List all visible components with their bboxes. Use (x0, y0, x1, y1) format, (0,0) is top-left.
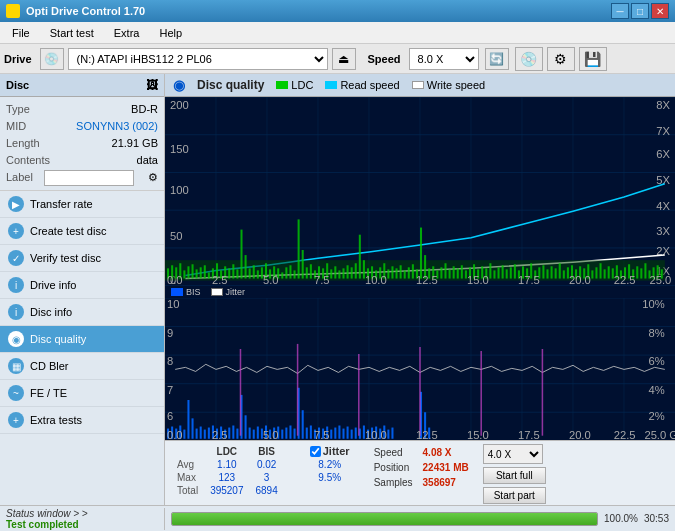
svg-text:0.0: 0.0 (167, 274, 183, 286)
maximize-button[interactable]: □ (631, 3, 649, 19)
contents-label: Contents (6, 152, 50, 169)
jitter-checkbox[interactable] (310, 446, 321, 457)
save-button[interactable]: 💾 (579, 47, 607, 71)
svg-text:10.0: 10.0 (365, 274, 387, 286)
svg-text:12.5: 12.5 (416, 274, 438, 286)
disc-type-row: Type BD-R (6, 101, 158, 118)
avg-bis: 0.02 (250, 458, 284, 471)
svg-rect-108 (489, 263, 491, 278)
max-label: Max (171, 471, 204, 484)
label-settings-icon[interactable]: ⚙ (148, 169, 158, 186)
position-row-val: 22431 MB (419, 461, 473, 474)
svg-rect-202 (228, 427, 230, 438)
bis-jitter-legend: BIS Jitter (165, 286, 675, 298)
menu-extra[interactable]: Extra (106, 25, 148, 41)
svg-rect-59 (289, 265, 291, 278)
mid-value: SONYNN3 (002) (76, 118, 158, 135)
refresh-button[interactable]: 🔄 (485, 48, 509, 70)
svg-text:17.5: 17.5 (518, 274, 540, 286)
svg-text:17.5: 17.5 (518, 428, 540, 440)
svg-rect-112 (506, 269, 508, 278)
svg-rect-72 (342, 268, 344, 278)
svg-rect-220 (302, 410, 304, 439)
svg-rect-193 (192, 418, 194, 438)
drive-icon-btn[interactable]: 💿 (40, 48, 64, 70)
legend-write-speed-label: Write speed (427, 79, 486, 91)
nav-transfer-rate-label: Transfer rate (30, 198, 93, 210)
total-bis: 6894 (250, 484, 284, 497)
svg-rect-122 (546, 269, 548, 278)
close-button[interactable]: ✕ (651, 3, 669, 19)
minimize-button[interactable]: ─ (611, 3, 629, 19)
chart-icon: ◉ (173, 77, 185, 93)
svg-rect-96 (440, 267, 442, 278)
length-label: Length (6, 135, 40, 152)
svg-text:5.0: 5.0 (263, 428, 279, 440)
drive-select[interactable]: (N:) ATAPI iHBS112 2 PL06 (68, 48, 328, 70)
svg-rect-217 (289, 425, 291, 438)
total-ldc: 395207 (204, 484, 249, 497)
svg-rect-233 (355, 427, 357, 438)
nav-drive-info[interactable]: i Drive info (0, 272, 164, 299)
app-title: Opti Drive Control 1.70 (26, 5, 145, 17)
eject-button[interactable]: ⏏ (332, 48, 356, 70)
svg-rect-241 (387, 429, 389, 438)
svg-rect-137 (608, 266, 610, 278)
svg-text:2.5: 2.5 (212, 274, 228, 286)
svg-rect-203 (232, 425, 234, 438)
nav-extra-tests[interactable]: + Extra tests (0, 407, 164, 434)
menu-file[interactable]: File (4, 25, 38, 41)
nav-disc-info[interactable]: i Disc info (0, 299, 164, 326)
speed-row-label: Speed (370, 446, 417, 459)
svg-rect-231 (347, 426, 349, 438)
time-text: 30:53 (644, 513, 669, 524)
menubar: File Start test Extra Help (0, 22, 675, 44)
svg-rect-109 (493, 270, 495, 278)
titlebar-left: Opti Drive Control 1.70 (6, 4, 145, 18)
svg-text:4%: 4% (649, 384, 665, 396)
nav-transfer-rate[interactable]: ▶ Transfer rate (0, 191, 164, 218)
nav-cd-bler-label: CD Bler (30, 360, 69, 372)
svg-rect-63 (306, 267, 308, 278)
svg-rect-111 (502, 265, 504, 278)
svg-text:9: 9 (167, 326, 173, 338)
svg-rect-121 (542, 265, 544, 278)
svg-text:22.5: 22.5 (614, 274, 636, 286)
nav-disc-quality[interactable]: ◉ Disc quality (0, 326, 164, 353)
svg-rect-209 (257, 426, 259, 438)
svg-rect-145 (640, 268, 642, 278)
svg-text:6%: 6% (649, 355, 665, 367)
disc-button[interactable]: 💿 (515, 47, 543, 71)
start-part-button[interactable]: Start part (483, 487, 546, 504)
settings-button[interactable]: ⚙ (547, 47, 575, 71)
svg-text:12.5: 12.5 (416, 428, 438, 440)
svg-rect-114 (514, 264, 516, 278)
svg-rect-206 (245, 415, 247, 438)
nav-verify-test-disc[interactable]: ✓ Verify test disc (0, 245, 164, 272)
svg-text:8X: 8X (656, 99, 670, 111)
col-ldc: LDC (204, 444, 249, 458)
svg-rect-222 (310, 425, 312, 438)
nav-create-test-disc[interactable]: + Create test disc (0, 218, 164, 245)
svg-rect-76 (359, 235, 361, 279)
cd-bler-icon: ▦ (8, 358, 24, 374)
svg-rect-215 (281, 429, 283, 438)
svg-rect-146 (644, 263, 646, 278)
nav-disc-info-label: Disc info (30, 306, 72, 318)
svg-text:10%: 10% (642, 298, 664, 310)
bis-color (171, 288, 183, 296)
label-input[interactable] (44, 170, 134, 186)
svg-rect-87 (404, 270, 406, 278)
sidebar: Disc 🖼 Type BD-R MID SONYNN3 (002) Lengt… (0, 74, 165, 505)
nav-cd-bler[interactable]: ▦ CD Bler (0, 353, 164, 380)
menu-start-test[interactable]: Start test (42, 25, 102, 41)
svg-rect-50 (253, 265, 255, 278)
test-speed-select[interactable]: 4.0 X (483, 444, 543, 464)
nav-fe-te[interactable]: ~ FE / TE (0, 380, 164, 407)
start-full-button[interactable]: Start full (483, 467, 546, 484)
menu-help[interactable]: Help (151, 25, 190, 41)
svg-rect-44 (228, 268, 230, 278)
svg-rect-135 (600, 263, 602, 278)
svg-text:2%: 2% (649, 410, 665, 422)
speed-select[interactable]: 8.0 X (409, 48, 479, 70)
